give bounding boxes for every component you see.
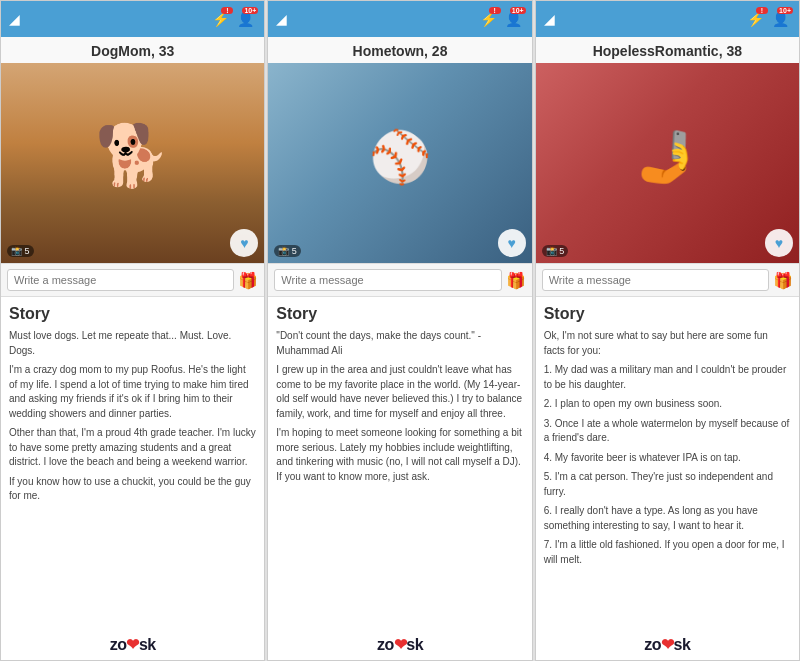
- like-button[interactable]: ♥: [498, 229, 526, 257]
- story-section: Story "Don't count the days, make the da…: [268, 297, 531, 631]
- story-paragraph: 1. My dad was a military man and I could…: [544, 363, 791, 392]
- profile-image: 📸 5 ♥: [268, 63, 531, 263]
- add-badge: 10+: [510, 7, 526, 14]
- gift-icon: 🎁: [238, 272, 258, 289]
- heart-logo-icon: ❤: [394, 636, 407, 653]
- add-notification-btn[interactable]: 👤 10+: [503, 11, 524, 27]
- story-paragraph: Other than that, I'm a proud 4th grade t…: [9, 426, 256, 470]
- photo-count: 📸 5: [7, 245, 34, 257]
- zoosk-logo: zo❤sk: [110, 636, 156, 653]
- gift-button[interactable]: 🎁: [238, 271, 258, 290]
- like-button[interactable]: ♥: [230, 229, 258, 257]
- heart-icon: ♥: [775, 235, 783, 251]
- filter-icon[interactable]: ◢: [9, 11, 20, 27]
- story-paragraph: 3. Once I ate a whole watermelon by myse…: [544, 417, 791, 446]
- message-input[interactable]: [274, 269, 501, 291]
- gift-icon: 🎁: [506, 272, 526, 289]
- profile-card-2: ◢ ⚡ ! 👤 10+ Hometown, 28 📸 5 ♥: [267, 0, 532, 661]
- flash-notification-btn[interactable]: ⚡ !: [745, 11, 766, 27]
- filter-icon[interactable]: ◢: [276, 11, 287, 27]
- message-input[interactable]: [542, 269, 769, 291]
- heart-icon: ♥: [508, 235, 516, 251]
- story-paragraph: 2. I plan to open my own business soon.: [544, 397, 791, 412]
- card-header: ◢ ⚡ ! 👤 10+: [268, 1, 531, 37]
- flash-badge: !: [756, 7, 768, 14]
- gift-button[interactable]: 🎁: [506, 271, 526, 290]
- flash-notification-btn[interactable]: ⚡ !: [210, 11, 231, 27]
- story-paragraph: If you know how to use a chuckit, you co…: [9, 475, 256, 504]
- like-button[interactable]: ♥: [765, 229, 793, 257]
- flash-badge: !: [489, 7, 501, 14]
- story-paragraph: "Don't count the days, make the days cou…: [276, 329, 523, 358]
- profile-card-3: ◢ ⚡ ! 👤 10+ HopelessRomantic, 38 📸 5 ♥: [535, 0, 800, 661]
- zoosk-logo: zo❤sk: [644, 636, 690, 653]
- story-label: Story: [544, 305, 791, 323]
- gift-icon: 🎁: [773, 272, 793, 289]
- card-header: ◢ ⚡ ! 👤 10+: [536, 1, 799, 37]
- story-text: Must love dogs. Let me repeate that... M…: [9, 329, 256, 504]
- profile-name: HopelessRomantic, 38: [536, 37, 799, 63]
- story-text: Ok, I'm not sure what to say but here ar…: [544, 329, 791, 567]
- story-paragraph: Must love dogs. Let me repeate that... M…: [9, 329, 256, 358]
- flash-notification-btn[interactable]: ⚡ !: [478, 11, 499, 27]
- story-paragraph: Ok, I'm not sure what to say but here ar…: [544, 329, 791, 358]
- heart-icon: ♥: [240, 235, 248, 251]
- profile-image: 📸 5 ♥: [1, 63, 264, 263]
- filter-icon[interactable]: ◢: [544, 11, 555, 27]
- story-paragraph: 7. I'm a little old fashioned. If you op…: [544, 538, 791, 567]
- gift-button[interactable]: 🎁: [773, 271, 793, 290]
- story-paragraph: 6. I really don't have a type. As long a…: [544, 504, 791, 533]
- zoosk-logo: zo❤sk: [377, 636, 423, 653]
- story-paragraph: 4. My favorite beer is whatever IPA is o…: [544, 451, 791, 466]
- add-notification-btn[interactable]: 👤 10+: [235, 11, 256, 27]
- app-container: ◢ ⚡ ! 👤 10+ DogMom, 33 📸 5 ♥: [0, 0, 800, 661]
- story-section: Story Must love dogs. Let me repeate tha…: [1, 297, 264, 631]
- profile-name: DogMom, 33: [1, 37, 264, 63]
- card-header: ◢ ⚡ ! 👤 10+: [1, 1, 264, 37]
- profile-name: Hometown, 28: [268, 37, 531, 63]
- message-bar: 🎁: [536, 263, 799, 297]
- message-bar: 🎁: [1, 263, 264, 297]
- heart-logo-icon: ❤: [126, 636, 139, 653]
- story-paragraph: I'm a crazy dog mom to my pup Roofus. He…: [9, 363, 256, 421]
- add-badge: 10+: [777, 7, 793, 14]
- story-text: "Don't count the days, make the days cou…: [276, 329, 523, 484]
- zoosk-footer: zo❤sk: [536, 631, 799, 660]
- photo-count: 📸 5: [274, 245, 301, 257]
- zoosk-footer: zo❤sk: [1, 631, 264, 660]
- add-badge: 10+: [242, 7, 258, 14]
- add-notification-btn[interactable]: 👤 10+: [770, 11, 791, 27]
- photo-count: 📸 5: [542, 245, 569, 257]
- profile-image: 📸 5 ♥: [536, 63, 799, 263]
- message-input[interactable]: [7, 269, 234, 291]
- story-label: Story: [9, 305, 256, 323]
- story-paragraph: I grew up in the area and just couldn't …: [276, 363, 523, 421]
- story-paragraph: 5. I'm a cat person. They're just so ind…: [544, 470, 791, 499]
- story-label: Story: [276, 305, 523, 323]
- message-bar: 🎁: [268, 263, 531, 297]
- flash-badge: !: [221, 7, 233, 14]
- profile-card-1: ◢ ⚡ ! 👤 10+ DogMom, 33 📸 5 ♥: [0, 0, 265, 661]
- heart-logo-icon: ❤: [661, 636, 674, 653]
- zoosk-footer: zo❤sk: [268, 631, 531, 660]
- story-section: Story Ok, I'm not sure what to say but h…: [536, 297, 799, 631]
- story-paragraph: I'm hoping to meet someone looking for s…: [276, 426, 523, 484]
